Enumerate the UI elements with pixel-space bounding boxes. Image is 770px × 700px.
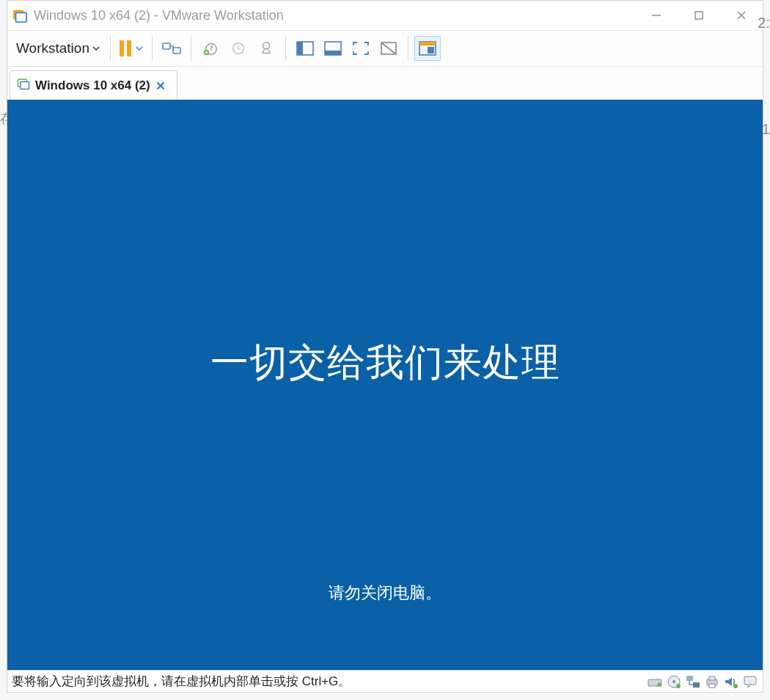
toolbar-separator	[408, 36, 408, 61]
minimize-button[interactable]	[635, 1, 678, 30]
vm-display[interactable]: 一切交给我们来处理 请勿关闭电脑。	[7, 100, 763, 670]
tab-close-button[interactable]	[155, 80, 166, 92]
titlebar: Windows 10 x64 (2) - VMware Workstation	[7, 1, 763, 30]
show-fullscreen-toolbar-button[interactable]	[320, 36, 346, 61]
svg-rect-30	[686, 676, 693, 681]
svg-rect-31	[693, 682, 700, 688]
status-sound-icon[interactable]	[723, 674, 739, 690]
toolbar-separator	[152, 36, 153, 61]
console-split-icon	[296, 41, 314, 56]
toolbar-separator	[110, 36, 111, 61]
svg-rect-33	[709, 677, 715, 680]
unity-icon	[380, 41, 397, 56]
workstation-menu-button[interactable]: Workstation	[12, 39, 104, 58]
toolbar: Workstation	[7, 30, 763, 67]
svg-rect-7	[173, 48, 180, 54]
send-ctrl-alt-del-button[interactable]	[158, 36, 185, 61]
windows-update-sub-text: 请勿关闭电脑。	[329, 582, 441, 604]
take-snapshot-button[interactable]	[197, 36, 224, 61]
vmware-workstation-window: Windows 10 x64 (2) - VMware Workstation …	[7, 0, 763, 693]
svg-rect-1	[16, 12, 27, 22]
svg-point-29	[676, 684, 681, 688]
svg-rect-3	[695, 12, 703, 19]
tab-row: Windows 10 x64 (2)	[7, 67, 763, 100]
fullscreen-icon	[352, 41, 370, 56]
svg-rect-19	[419, 42, 436, 45]
library-panel-icon	[419, 41, 436, 56]
svg-rect-34	[709, 684, 715, 688]
toolbar-separator	[191, 36, 191, 61]
svg-rect-20	[428, 47, 434, 54]
svg-point-11	[263, 43, 269, 49]
enter-unity-button[interactable]	[375, 36, 402, 61]
show-console-button[interactable]	[292, 36, 318, 61]
vm-tab[interactable]: Windows 10 x64 (2)	[10, 70, 177, 100]
status-message-icon[interactable]	[742, 674, 758, 690]
svg-rect-22	[21, 82, 29, 89]
enter-fullscreen-button[interactable]	[348, 36, 374, 61]
svg-line-17	[382, 43, 395, 54]
fullscreen-bar-icon	[324, 41, 342, 56]
pause-icon	[120, 40, 131, 56]
revert-snapshot-button[interactable]	[225, 36, 252, 61]
workstation-menu-label: Workstation	[16, 40, 89, 56]
status-bar: 要将输入定向到该虚拟机，请在虚拟机内部单击或按 Ctrl+G。	[7, 670, 763, 692]
vmware-app-icon	[12, 7, 28, 23]
status-network-icon[interactable]	[685, 674, 701, 690]
window-title: Windows 10 x64 (2) - VMware Workstation	[34, 8, 629, 23]
manage-snapshots-button[interactable]	[253, 36, 279, 61]
svg-rect-36	[744, 677, 756, 685]
svg-rect-15	[325, 51, 341, 55]
snapshot-manage-icon	[258, 40, 274, 56]
vm-tab-icon	[16, 76, 31, 95]
maximize-button[interactable]	[678, 1, 720, 30]
svg-point-28	[672, 680, 675, 683]
bg-right-top: 2:	[743, 15, 770, 32]
pause-vm-button[interactable]	[117, 40, 146, 56]
svg-rect-13	[297, 42, 303, 55]
snapshot-add-icon	[202, 40, 219, 56]
svg-rect-6	[163, 43, 170, 49]
status-hint-text: 要将输入定向到该虚拟机，请在虚拟机内部单击或按 Ctrl+G。	[12, 673, 351, 690]
svg-point-35	[733, 684, 738, 688]
status-harddisk-icon[interactable]	[647, 674, 663, 690]
chevron-down-icon	[92, 45, 100, 52]
status-cdrom-icon[interactable]	[666, 674, 682, 690]
svg-point-26	[658, 682, 661, 686]
status-printer-icon[interactable]	[704, 674, 720, 690]
snapshot-revert-icon	[230, 40, 246, 56]
show-library-button[interactable]	[414, 36, 441, 61]
chevron-down-icon	[136, 45, 143, 52]
toolbar-separator	[285, 36, 286, 61]
send-keys-icon	[162, 40, 181, 56]
vm-tab-label: Windows 10 x64 (2)	[35, 78, 150, 93]
windows-update-main-text: 一切交给我们来处理	[210, 337, 560, 388]
